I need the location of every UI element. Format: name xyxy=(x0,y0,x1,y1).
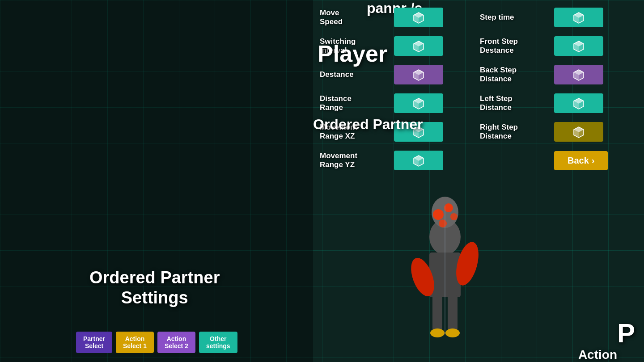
svg-point-55 xyxy=(439,219,447,227)
setting-label-front-step: Front StepDestance xyxy=(480,37,551,55)
character-figure xyxy=(367,147,523,362)
setting-label-distance-range: DistanceRange xyxy=(320,94,391,113)
setting-control-right-step[interactable] xyxy=(554,122,603,142)
bottom-navigation: PartnerSelect ActionSelect 1 ActionSelec… xyxy=(76,332,237,353)
setting-control-move-speed[interactable] xyxy=(394,8,443,27)
cube-icon-destance xyxy=(412,68,425,81)
setting-back-step: Back StepDistance xyxy=(480,62,637,88)
setting-control-back-step[interactable] xyxy=(554,65,603,84)
back-button-label: Back xyxy=(568,156,589,166)
setting-label-back-step: Back StepDistance xyxy=(480,66,551,84)
setting-control-destance[interactable] xyxy=(394,65,443,84)
setting-control-distance-range[interactable] xyxy=(394,93,443,113)
svg-point-56 xyxy=(450,213,458,220)
bottom-right-p: P xyxy=(617,318,635,349)
character-svg xyxy=(396,183,494,362)
setting-control-switching[interactable] xyxy=(394,36,443,56)
ordered-partner-settings-title: Ordered PartnerSettings xyxy=(89,268,220,308)
action-select-1-button[interactable]: ActionSelect 1 xyxy=(116,332,154,353)
ordered-partner-overlay: Ordered Partner xyxy=(313,116,423,133)
setting-distance-range: DistanceRange xyxy=(320,90,477,116)
svg-rect-49 xyxy=(432,295,442,331)
setting-label-destance: Destance xyxy=(320,70,391,79)
partner-select-button[interactable]: PartnerSelect xyxy=(76,332,112,353)
setting-right-step: Right StepDistance xyxy=(480,119,637,145)
setting-label-step-time: Step time xyxy=(480,13,551,22)
cube-icon-distance-range xyxy=(412,97,425,110)
cube-icon-right-step xyxy=(572,125,585,139)
cube-icon-left-step xyxy=(572,97,585,110)
cube-icon-back-step xyxy=(572,68,585,81)
cube-icon-switching xyxy=(412,39,425,53)
setting-control-front-step[interactable] xyxy=(554,36,603,56)
setting-left-step: Left StepDistance xyxy=(480,90,637,116)
setting-label-left-step: Left StepDistance xyxy=(480,94,551,113)
back-button[interactable]: Back › xyxy=(554,151,608,170)
svg-point-51 xyxy=(430,328,445,337)
setting-control-left-step[interactable] xyxy=(554,93,603,113)
setting-step-time: Step time xyxy=(480,4,637,30)
setting-move-speed: MoveSpeed xyxy=(320,4,477,30)
cube-icon xyxy=(412,11,425,24)
bottom-right-action: Action xyxy=(578,348,617,362)
other-settings-button[interactable]: Othersettings xyxy=(199,332,237,353)
cube-icon-front-step xyxy=(572,39,585,53)
cube-icon-step-time xyxy=(572,11,585,24)
svg-point-52 xyxy=(445,328,460,337)
setting-control-step-time[interactable] xyxy=(554,8,603,27)
back-arrow-icon: › xyxy=(592,156,595,166)
panel-title: Player xyxy=(318,40,387,67)
svg-point-53 xyxy=(433,209,444,220)
setting-label-move-speed: MoveSpeed xyxy=(320,8,391,27)
svg-rect-50 xyxy=(448,295,458,331)
svg-point-54 xyxy=(444,203,453,212)
setting-label-right-step: Right StepDistance xyxy=(480,123,551,141)
setting-front-step: Front StepDestance xyxy=(480,33,637,59)
action-select-2-button[interactable]: ActionSelect 2 xyxy=(157,332,195,353)
